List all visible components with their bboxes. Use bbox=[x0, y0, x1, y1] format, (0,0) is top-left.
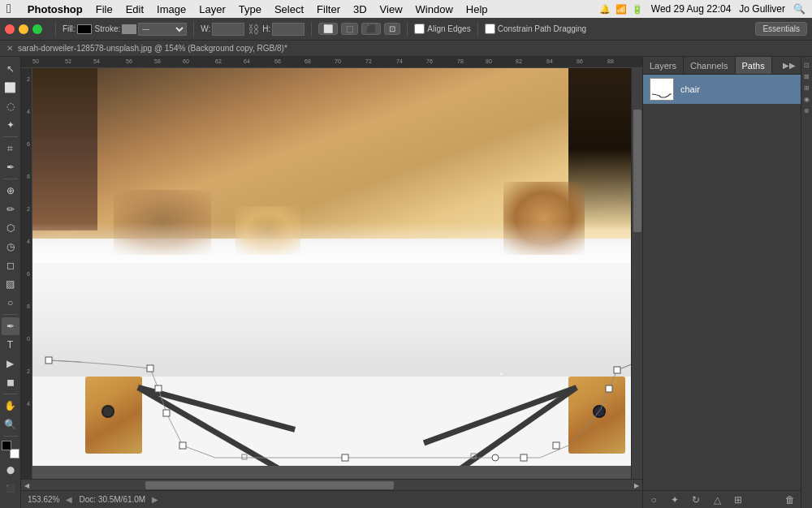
move-tool[interactable]: ↖ bbox=[2, 60, 19, 78]
tab-paths[interactable]: Paths bbox=[736, 57, 772, 74]
menu-edit[interactable]: Edit bbox=[126, 3, 144, 15]
menu-layer[interactable]: Layer bbox=[199, 3, 226, 15]
type-tool[interactable]: T bbox=[2, 336, 19, 354]
menu-select[interactable]: Select bbox=[274, 3, 304, 15]
fill-group: Fill: bbox=[63, 24, 92, 34]
eyedropper-tool[interactable]: ✒ bbox=[2, 158, 19, 176]
tab-layers[interactable]: Layers bbox=[643, 57, 684, 74]
v-scroll-thumb[interactable] bbox=[633, 110, 641, 233]
screen-mode-tool[interactable]: ⬛ bbox=[2, 480, 19, 497]
panel-icon-refresh[interactable]: ↻ bbox=[689, 494, 703, 506]
minimize-button[interactable] bbox=[19, 24, 28, 34]
menu-type[interactable]: Type bbox=[239, 3, 261, 15]
stroke-select[interactable]: — bbox=[138, 23, 187, 36]
menu-3d[interactable]: 3D bbox=[353, 3, 367, 15]
image-cat-top bbox=[32, 68, 642, 287]
tab-channels[interactable]: Channels bbox=[684, 57, 735, 74]
toolbar-sep-5 bbox=[477, 22, 478, 37]
magic-wand-tool[interactable]: ✦ bbox=[2, 116, 19, 134]
path-thumb-svg bbox=[650, 80, 673, 99]
menu-right: 🔔 📶 🔋 Wed 29 Aug 22:04 Jo Gulliver 🔍 bbox=[599, 3, 806, 15]
essentials-button[interactable]: Essentials bbox=[755, 22, 807, 36]
hand-tool[interactable]: ✋ bbox=[2, 397, 19, 415]
menu-file[interactable]: File bbox=[96, 3, 113, 15]
path-selection-tool[interactable]: ▶ bbox=[2, 355, 19, 372]
vertical-scrollbar[interactable] bbox=[631, 68, 642, 479]
toolbar-sep-2 bbox=[193, 22, 194, 37]
close-button[interactable] bbox=[5, 24, 15, 34]
history-tool[interactable]: ◷ bbox=[2, 238, 19, 256]
eraser-tool[interactable]: ◻ bbox=[2, 256, 19, 274]
menu-image[interactable]: Image bbox=[157, 3, 186, 15]
ruler-mark: 70 bbox=[335, 58, 341, 64]
constrain-checkbox[interactable] bbox=[485, 24, 495, 34]
shape-btn-1[interactable]: ⬜ bbox=[318, 23, 338, 35]
shape-btn-2[interactable]: ⬚ bbox=[341, 23, 358, 35]
leg-wood-left bbox=[85, 377, 142, 454]
crop-tool[interactable]: ⌗ bbox=[2, 140, 19, 157]
constrain-label: Constrain Path Dragging bbox=[498, 24, 587, 33]
ruler-top-marks: 50 52 54 56 58 60 62 64 66 68 70 72 74 7… bbox=[32, 57, 631, 67]
ruler-mark: 60 bbox=[183, 58, 189, 64]
tool-sep-2 bbox=[3, 179, 18, 179]
menu-window[interactable]: Window bbox=[416, 3, 453, 15]
panel-bottom-bar: ○ ✦ ↻ △ ⊞ 🗑 bbox=[643, 490, 801, 508]
align-all-btn[interactable]: ⊡ bbox=[384, 23, 400, 35]
apple-menu[interactable]:  bbox=[6, 2, 11, 16]
menu-filter[interactable]: Filter bbox=[317, 3, 340, 15]
marquee-tool[interactable]: ⬜ bbox=[2, 79, 19, 97]
mini-btn-4[interactable]: ◉ bbox=[802, 94, 812, 104]
menu-view[interactable]: View bbox=[380, 3, 403, 15]
dodge-tool[interactable]: ○ bbox=[2, 294, 19, 312]
menu-photoshop[interactable]: Photoshop bbox=[28, 3, 83, 15]
scroll-right-icon[interactable]: ▶ bbox=[634, 482, 639, 489]
shape-btn-3[interactable]: ⬛ bbox=[361, 23, 381, 35]
mini-btn-5[interactable]: ⊗ bbox=[802, 105, 812, 115]
path-item-chair[interactable]: chair bbox=[643, 75, 801, 104]
panel-icon-triangle[interactable]: △ bbox=[710, 494, 724, 506]
mini-btn-2[interactable]: ⊠ bbox=[802, 71, 812, 81]
doc-close-button[interactable]: ✕ bbox=[6, 44, 13, 53]
panel-menu-button[interactable]: ▶▶ bbox=[778, 57, 801, 74]
panel-icon-trash[interactable]: 🗑 bbox=[783, 494, 797, 506]
status-bar: 153.62% ◀ Doc: 30.5M/61.0M ▶ bbox=[21, 490, 642, 508]
lasso-tool[interactable]: ◌ bbox=[2, 97, 19, 115]
gradient-tool[interactable]: ▨ bbox=[2, 275, 19, 293]
scroll-left-icon[interactable]: ◀ bbox=[24, 482, 29, 489]
zoom-tool[interactable]: 🔍 bbox=[2, 415, 19, 433]
foreground-color-swatch[interactable] bbox=[2, 441, 11, 450]
align-edges-checkbox[interactable] bbox=[414, 24, 425, 34]
quick-mask-tool[interactable]: ⬤ bbox=[2, 461, 19, 479]
panel-icon-star[interactable]: ✦ bbox=[667, 494, 682, 506]
color-swatches bbox=[2, 441, 19, 458]
pen-tool[interactable]: ✒ bbox=[2, 317, 19, 335]
ruler-mark: 82 bbox=[516, 58, 522, 64]
ruler-mark: 62 bbox=[215, 58, 222, 64]
shape-tool[interactable]: ◼ bbox=[2, 373, 19, 391]
ruler-mark: 86 bbox=[577, 58, 583, 64]
stroke-swatch[interactable] bbox=[122, 24, 136, 34]
mini-btn-3[interactable]: ⊞ bbox=[802, 83, 812, 93]
mini-btn-1[interactable]: ⊡ bbox=[802, 60, 812, 70]
stamp-tool[interactable]: ⬡ bbox=[2, 219, 19, 237]
battery-icon: 🔋 bbox=[632, 4, 643, 15]
right-mini-panel: ⊡ ⊠ ⊞ ◉ ⊗ bbox=[801, 57, 812, 508]
heal-tool[interactable]: ⊕ bbox=[2, 182, 19, 200]
maximize-button[interactable] bbox=[32, 24, 42, 34]
user-name: Jo Gulliver bbox=[739, 3, 785, 15]
panel-icon-grid[interactable]: ⊞ bbox=[731, 494, 745, 506]
link-icon: ⛓ bbox=[248, 23, 259, 36]
w-label: W: bbox=[201, 24, 210, 33]
horizontal-scrollbar[interactable]: ◀ ▶ bbox=[21, 479, 642, 490]
search-icon[interactable]: 🔍 bbox=[793, 3, 806, 15]
height-input[interactable] bbox=[272, 23, 304, 36]
brush-tool[interactable]: ✏ bbox=[2, 200, 19, 218]
tool-sep-1 bbox=[3, 136, 18, 137]
menu-help[interactable]: Help bbox=[466, 3, 488, 15]
panel-icon-circle[interactable]: ○ bbox=[646, 494, 661, 506]
width-input[interactable] bbox=[212, 23, 244, 36]
ruler-mark: 56 bbox=[126, 58, 132, 64]
metal-leg-1 bbox=[136, 385, 280, 466]
fill-swatch[interactable] bbox=[77, 24, 92, 34]
h-scroll-thumb[interactable] bbox=[145, 481, 394, 489]
